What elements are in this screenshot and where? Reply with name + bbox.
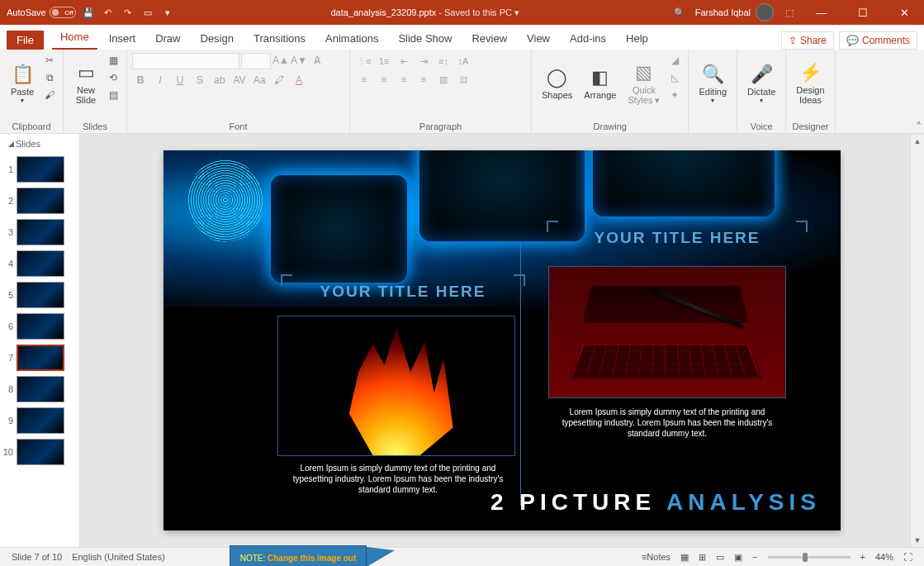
thumbnail-slide-8[interactable]: 8 (0, 373, 79, 405)
notes-button[interactable]: ≡ Notes (637, 548, 675, 567)
shape-outline-icon[interactable]: ◺ (666, 70, 683, 85)
right-image-frame[interactable] (548, 266, 786, 398)
shape-effects-icon[interactable]: ✦ (666, 88, 683, 102)
slide-indicator[interactable]: Slide 7 of 10 (7, 548, 67, 567)
thumbnail-slide-2[interactable]: 2 (0, 185, 79, 216)
clear-format-icon[interactable]: A̷ (309, 53, 325, 68)
dictate-button[interactable]: 🎤Dictate▾ (742, 53, 780, 114)
font-size-combo[interactable] (241, 53, 271, 69)
tab-help[interactable]: Help (618, 27, 656, 50)
tab-review[interactable]: Review (463, 27, 515, 50)
font-color-icon[interactable]: A (291, 73, 307, 88)
columns-icon[interactable]: ▥ (434, 71, 453, 88)
numbering-icon[interactable]: 1≡ (375, 53, 393, 69)
case-icon[interactable]: Aa (251, 73, 268, 88)
italic-icon[interactable]: I (152, 73, 168, 88)
line-spacing-icon[interactable]: ≡↕ (434, 53, 453, 69)
tab-slideshow[interactable]: Slide Show (390, 27, 460, 50)
strike-icon[interactable]: S (192, 73, 208, 88)
align-center-icon[interactable]: ≡ (375, 71, 393, 88)
underline-icon[interactable]: U (172, 73, 188, 88)
new-slide-button[interactable]: ▭New Slide (69, 53, 103, 114)
tab-file[interactable]: File (7, 31, 44, 50)
tab-transitions[interactable]: Transitions (245, 27, 314, 50)
left-description[interactable]: Lorem Ipsum is simply dummy text of the … (289, 463, 507, 495)
normal-view-icon[interactable]: ▦ (675, 548, 694, 567)
shapes-button[interactable]: ◯Shapes (537, 53, 577, 114)
thumbnail-slide-4[interactable]: 4 (0, 248, 79, 279)
zoom-out-button[interactable]: − (747, 548, 762, 567)
vertical-scrollbar[interactable]: ▲ ▼ (910, 134, 924, 547)
zoom-slider[interactable] (768, 556, 851, 559)
scroll-down-icon[interactable]: ▼ (911, 533, 924, 547)
tab-design[interactable]: Design (192, 27, 242, 50)
tab-home[interactable]: Home (52, 26, 97, 50)
quickstyles-button[interactable]: ▧Quick Styles ▾ (623, 53, 665, 114)
left-title[interactable]: YOUR TITLE HERE (287, 283, 519, 301)
sorter-view-icon[interactable]: ⊞ (694, 548, 711, 567)
share-button[interactable]: ⇪Share (781, 31, 834, 50)
highlight-icon[interactable]: 🖍 (271, 73, 287, 88)
justify-icon[interactable]: ≡ (415, 71, 433, 88)
thumbnail-slide-5[interactable]: 5 (0, 279, 79, 311)
save-icon[interactable]: 💾 (81, 5, 96, 20)
slideshow-icon[interactable]: ▭ (140, 5, 155, 20)
thumbnail-slide-1[interactable]: 1 (0, 154, 79, 185)
spacing-icon[interactable]: AV (231, 73, 248, 88)
user-account[interactable]: Farshad Iqbal (695, 3, 774, 21)
right-description[interactable]: Lorem Ipsum is simply dummy text of the … (557, 407, 778, 439)
tab-insert[interactable]: Insert (101, 27, 145, 50)
zoom-level[interactable]: 44% (870, 548, 898, 567)
paste-button[interactable]: 📋Paste▾ (5, 53, 40, 114)
tab-addins[interactable]: Add-ins (562, 27, 614, 50)
thumbnail-slide-7[interactable]: 7 (0, 342, 79, 373)
slide-heading[interactable]: 2 PICTURE ANALYSIS (490, 489, 821, 516)
increase-font-icon[interactable]: A▲ (272, 53, 289, 68)
collapse-ribbon-icon[interactable]: ^ (917, 121, 921, 130)
shape-fill-icon[interactable]: ◢ (666, 53, 683, 68)
text-direction-icon[interactable]: ↕A (454, 53, 472, 69)
note-callout[interactable]: NOTE: Change this image out with your ow… (230, 545, 367, 566)
section-icon[interactable]: ▤ (105, 88, 121, 102)
slide[interactable]: YOUR TITLE HERE Lorem Ipsum is simply du… (163, 150, 841, 530)
right-title[interactable]: YOUR TITLE HERE (553, 229, 801, 247)
tab-view[interactable]: View (519, 27, 558, 50)
align-left-icon[interactable]: ≡ (355, 71, 373, 88)
align-right-icon[interactable]: ≡ (395, 71, 413, 88)
bold-icon[interactable]: B (132, 73, 149, 88)
thumbnail-slide-6[interactable]: 6 (0, 311, 79, 342)
reset-icon[interactable]: ⟲ (105, 70, 121, 85)
bullets-icon[interactable]: ⋮≡ (355, 53, 373, 69)
close-button[interactable]: ✕ (888, 0, 921, 25)
fit-to-window-icon[interactable]: ⛶ (898, 548, 917, 567)
font-family-combo[interactable] (132, 53, 239, 69)
indent-inc-icon[interactable]: ⇥ (415, 53, 433, 69)
search-icon[interactable]: 🔍 (672, 5, 687, 20)
align-text-icon[interactable]: ⊡ (454, 71, 472, 88)
cut-icon[interactable]: ✂ (41, 53, 58, 68)
more-icon[interactable]: ▾ (160, 5, 175, 20)
shadow-icon[interactable]: ab (211, 73, 228, 88)
thumbnail-slide-9[interactable]: 9 (0, 405, 79, 436)
maximize-button[interactable]: ☐ (846, 0, 879, 25)
ribbon-display-icon[interactable]: ⬚ (782, 5, 797, 20)
language-indicator[interactable]: English (United States) (67, 548, 170, 567)
reading-view-icon[interactable]: ▭ (711, 548, 729, 567)
zoom-in-button[interactable]: + (855, 548, 870, 567)
comments-button[interactable]: 💬Comments (839, 31, 917, 50)
tab-animations[interactable]: Animations (317, 27, 386, 50)
scroll-up-icon[interactable]: ▲ (911, 134, 924, 148)
decrease-font-icon[interactable]: A▼ (291, 53, 307, 68)
arrange-button[interactable]: ◧Arrange (579, 53, 621, 114)
layout-icon[interactable]: ▦ (105, 53, 121, 68)
thumbnail-slide-10[interactable]: 10 (0, 436, 79, 468)
thumbnail-slide-3[interactable]: 3 (0, 216, 79, 248)
toggle-off-icon[interactable]: Off (50, 7, 76, 18)
slideshow-view-icon[interactable]: ▣ (729, 548, 747, 567)
tab-draw[interactable]: Draw (147, 27, 188, 50)
undo-icon[interactable]: ↶ (101, 5, 116, 20)
indent-dec-icon[interactable]: ⇤ (395, 53, 413, 69)
minimize-button[interactable]: — (805, 0, 838, 25)
editing-button[interactable]: 🔍Editing▾ (694, 53, 732, 114)
format-painter-icon[interactable]: 🖌 (41, 88, 58, 102)
